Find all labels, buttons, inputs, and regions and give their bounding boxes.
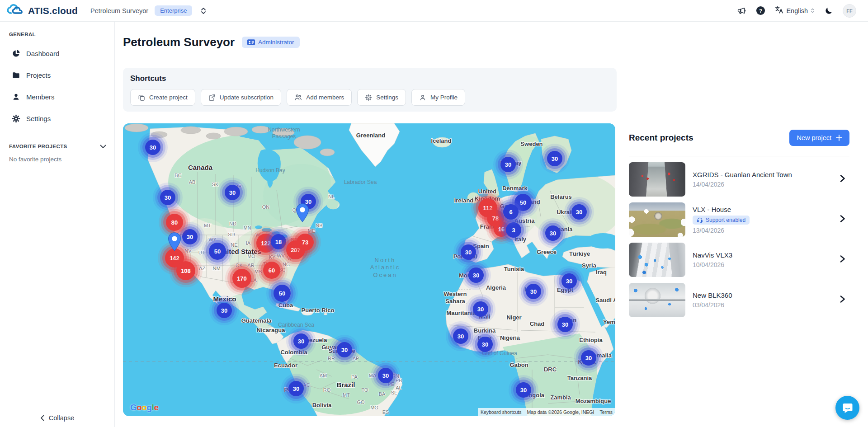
map-cluster-marker[interactable]: 30 bbox=[561, 273, 577, 289]
users-icon bbox=[294, 94, 302, 101]
collapse-button[interactable]: Collapse bbox=[0, 414, 114, 422]
favorites-empty-text: No favorite projects bbox=[0, 151, 114, 163]
project-row[interactable]: VLX - HouseSupport enabled13/04/2026 bbox=[629, 202, 849, 237]
sidebar-item-settings[interactable]: Settings bbox=[0, 108, 114, 129]
project-thumbnail bbox=[629, 202, 685, 237]
divider bbox=[629, 156, 849, 156]
map-cluster-marker[interactable]: 30 bbox=[337, 342, 352, 357]
shortcut-update-subscription[interactable]: Update subscription bbox=[201, 89, 281, 106]
brand-name: ATIS.cloud bbox=[28, 5, 78, 16]
role-badge: Administrator bbox=[242, 37, 300, 48]
new-project-button[interactable]: New project bbox=[789, 130, 849, 146]
map[interactable]: CanadaUnited StatesMexicoBrazilGreenland… bbox=[123, 123, 615, 416]
workspace-name[interactable]: Petroleum Surveyor bbox=[90, 7, 148, 14]
world-map-svg bbox=[123, 123, 615, 416]
workspace-switcher-icon[interactable] bbox=[198, 6, 208, 16]
brand[interactable]: ATIS.cloud bbox=[0, 4, 90, 18]
sidebar-item-projects[interactable]: Projects bbox=[0, 64, 114, 86]
google-logo[interactable]: Google bbox=[130, 403, 158, 413]
recent-projects-panel: Recent projects New project XGRIDS - Gua… bbox=[627, 123, 849, 317]
dark-mode-icon[interactable] bbox=[824, 6, 834, 16]
map-cluster-marker[interactable]: 50 bbox=[209, 243, 226, 260]
sidebar-section-general: GENERAL bbox=[0, 22, 114, 39]
external-icon bbox=[208, 94, 216, 101]
map-pin-marker[interactable] bbox=[296, 203, 309, 224]
plus-icon bbox=[836, 135, 842, 141]
map-cluster-marker[interactable]: 30 bbox=[516, 382, 531, 398]
project-row[interactable]: XGRIDS - Guanlan Ancient Town14/04/2026 bbox=[629, 162, 849, 197]
map-cluster-marker[interactable]: 30 bbox=[557, 317, 573, 332]
map-cluster-marker[interactable]: 30 bbox=[288, 381, 304, 396]
announcements-icon[interactable] bbox=[736, 6, 746, 16]
map-cluster-marker[interactable]: 30 bbox=[293, 333, 309, 349]
map-cluster-marker[interactable]: 30 bbox=[547, 151, 562, 166]
project-thumbnail bbox=[629, 283, 685, 317]
support-badge: Support enabled bbox=[693, 216, 750, 225]
svg-text:?: ? bbox=[759, 8, 762, 14]
map-pin-marker[interactable] bbox=[168, 232, 181, 253]
project-row[interactable]: NavVis VLX310/04/2026 bbox=[629, 243, 849, 277]
map-data-text: Map data ©2026 Google, INEGI bbox=[524, 408, 597, 416]
chevron-right-icon[interactable] bbox=[839, 254, 849, 265]
help-icon[interactable]: ? bbox=[755, 6, 765, 16]
brand-logo-icon bbox=[6, 4, 24, 18]
person-icon bbox=[419, 94, 426, 101]
map-cluster-marker[interactable]: 30 bbox=[500, 157, 516, 172]
project-thumbnail bbox=[629, 243, 685, 277]
language-selector[interactable]: English bbox=[774, 5, 815, 16]
map-cluster-marker[interactable]: 80 bbox=[166, 214, 183, 231]
avatar[interactable]: FF bbox=[843, 4, 856, 18]
shortcut-my-profile[interactable]: My Profile bbox=[411, 89, 465, 106]
chat-button[interactable] bbox=[835, 396, 859, 420]
map-cluster-marker[interactable]: 30 bbox=[468, 267, 484, 283]
sidebar-item-members[interactable]: Members bbox=[0, 86, 114, 108]
chevron-right-icon[interactable] bbox=[839, 214, 849, 225]
map-cluster-marker[interactable]: 6 bbox=[503, 204, 519, 220]
map-cluster-marker[interactable]: 30 bbox=[160, 190, 175, 205]
map-cluster-marker[interactable]: 108 bbox=[176, 261, 195, 280]
map-cluster-marker[interactable]: 30 bbox=[545, 225, 561, 241]
map-cluster-marker[interactable]: 73 bbox=[297, 234, 314, 251]
project-row[interactable]: New BLK36003/04/2026 bbox=[629, 283, 849, 317]
chevron-right-icon[interactable] bbox=[839, 174, 849, 185]
map-cluster-marker[interactable]: 60 bbox=[263, 262, 280, 279]
map-cluster-marker[interactable]: 30 bbox=[378, 368, 393, 383]
map-cluster-marker[interactable]: 30 bbox=[571, 204, 587, 220]
chevron-down-icon[interactable] bbox=[100, 142, 106, 150]
map-cluster-marker[interactable]: 30 bbox=[145, 140, 160, 155]
map-attribution: Keyboard shortcuts Map data ©2026 Google… bbox=[478, 408, 615, 416]
chevron-right-icon[interactable] bbox=[839, 295, 849, 305]
map-cluster-marker[interactable]: 30 bbox=[225, 185, 240, 200]
map-cluster-marker[interactable]: 50 bbox=[274, 285, 291, 302]
map-cluster-marker[interactable]: 30 bbox=[473, 301, 488, 317]
sidebar-item-dashboard[interactable]: Dashboard bbox=[0, 42, 114, 64]
map-cluster-marker[interactable]: 30 bbox=[182, 229, 198, 244]
terms-link[interactable]: Terms bbox=[597, 408, 615, 416]
map-cluster-marker[interactable]: 3 bbox=[506, 222, 521, 238]
project-thumbnail bbox=[629, 162, 685, 197]
shortcut-settings[interactable]: Settings bbox=[357, 89, 406, 106]
dashboard-icon bbox=[11, 48, 21, 58]
map-cluster-marker[interactable]: 30 bbox=[453, 328, 468, 344]
keyboard-shortcuts-link[interactable]: Keyboard shortcuts bbox=[478, 408, 524, 416]
map-cluster-marker[interactable]: 30 bbox=[526, 284, 541, 299]
shortcut-add-members[interactable]: Add members bbox=[287, 89, 352, 106]
language-label: English bbox=[786, 7, 808, 14]
map-cluster-marker[interactable]: 170 bbox=[232, 269, 251, 288]
map-cluster-marker[interactable]: 18 bbox=[271, 234, 286, 249]
map-cluster-marker[interactable]: 30 bbox=[477, 337, 493, 352]
chat-bubble-icon bbox=[842, 402, 854, 414]
id-card-icon bbox=[247, 39, 255, 45]
map-cluster-marker[interactable]: 30 bbox=[461, 244, 476, 260]
translate-icon bbox=[774, 5, 783, 16]
shortcuts-title: Shortcuts bbox=[130, 74, 609, 83]
shortcut-create-project[interactable]: Create project bbox=[130, 89, 195, 106]
shortcuts-card: Shortcuts Create projectUpdate subscript… bbox=[123, 68, 617, 112]
gearo-icon bbox=[365, 94, 372, 101]
top-navbar: ATIS.cloud Petroleum Surveyor Enterprise… bbox=[0, 0, 868, 22]
map-cluster-marker[interactable]: 30 bbox=[217, 303, 232, 318]
map-cluster-marker[interactable]: 30 bbox=[581, 350, 596, 366]
recent-projects-title: Recent projects bbox=[627, 133, 789, 143]
folder-icon bbox=[11, 70, 21, 80]
headset-icon bbox=[697, 217, 703, 223]
